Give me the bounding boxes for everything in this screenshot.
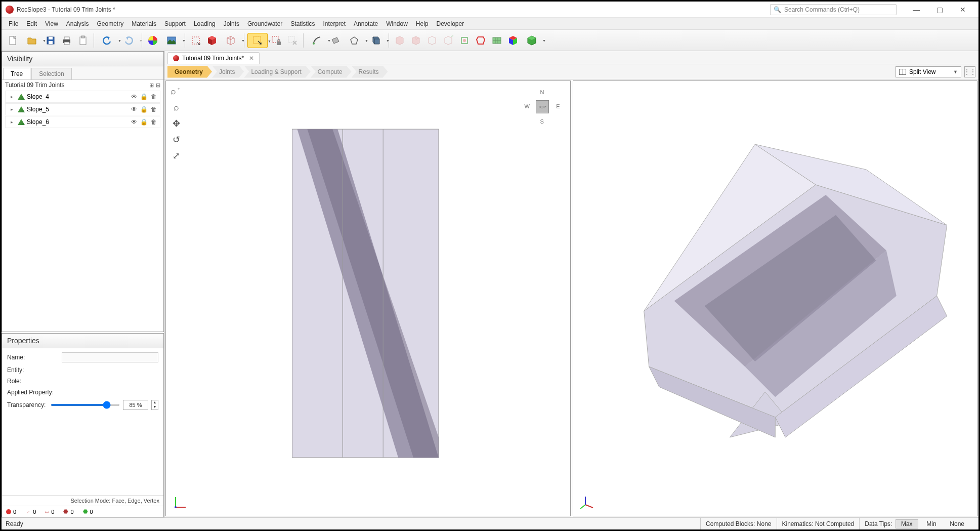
image-button[interactable]: ▼ <box>161 33 182 48</box>
slope-icon <box>18 119 25 125</box>
menu-support[interactable]: Support <box>160 19 190 29</box>
lock-selection-button[interactable] <box>269 33 284 48</box>
open-file-button[interactable]: ▼ <box>22 33 42 48</box>
stage-compute[interactable]: Compute <box>311 66 352 78</box>
menu-materials[interactable]: Materials <box>127 19 160 29</box>
compass-top[interactable]: TOP <box>536 100 549 113</box>
minimize-button[interactable]: — <box>905 2 928 18</box>
datatips-min-button[interactable]: Min <box>921 520 941 528</box>
tree-root[interactable]: Tutorial 09 Trim Joints ⊞⊟ <box>2 80 163 90</box>
menu-edit[interactable]: Edit <box>22 19 41 29</box>
menu-loading[interactable]: Loading <box>190 19 220 29</box>
menu-help[interactable]: Help <box>412 19 433 29</box>
name-input[interactable] <box>62 352 158 362</box>
stage-loading-support[interactable]: Loading & Support <box>244 66 310 78</box>
cube-arrow-button[interactable] <box>441 33 456 48</box>
svg-rect-8 <box>81 36 84 38</box>
fit-icon[interactable]: ⤢ <box>170 150 182 162</box>
lock-icon[interactable]: 🔒 <box>140 118 148 126</box>
cube-outline-1-button[interactable] <box>392 33 407 48</box>
cube-outline-3-button[interactable] <box>424 33 440 48</box>
red-outline-button[interactable] <box>473 33 488 48</box>
menu-window[interactable]: Window <box>382 19 412 29</box>
transparency-spinner[interactable]: ▲▼ <box>151 400 158 410</box>
tree-item-slope5[interactable]: ▸ Slope_5 👁🔒🗑 <box>5 103 160 115</box>
colored-cube-button[interactable] <box>505 33 521 48</box>
eye-icon[interactable]: 👁 <box>131 106 137 113</box>
search-commands-input[interactable]: 🔍 Search Commands (Ctrl+Q) <box>770 4 897 15</box>
document-tabs: Tutorial 09 Trim Joints* ✕ <box>164 51 978 64</box>
red-cube-button[interactable] <box>204 33 220 48</box>
shape-tool-button[interactable]: ▼ <box>344 33 364 48</box>
collapse-all-icon[interactable]: ⊟ <box>156 82 160 89</box>
view-mode-select[interactable]: Split View ▼ <box>896 66 961 77</box>
rotate-icon[interactable]: ↺ <box>170 134 182 146</box>
expand-arrow-icon[interactable]: ▸ <box>11 119 16 125</box>
menu-view[interactable]: View <box>41 19 62 29</box>
green-cube-button[interactable]: ▼ <box>522 33 542 48</box>
slope-icon <box>18 94 25 100</box>
zoom-window-icon[interactable]: ⌕⁺ <box>170 85 182 97</box>
lock-icon[interactable]: 🔒 <box>140 93 148 100</box>
print-button[interactable] <box>59 33 74 48</box>
green-shape-button[interactable] <box>457 33 472 48</box>
menu-file[interactable]: File <box>5 19 22 29</box>
viewport-left[interactable]: ⌕⁺ ⌕ ✥ ↺ ⤢ N S E W TOP <box>165 80 571 516</box>
undo-button[interactable]: ▼ <box>97 33 117 48</box>
lock-icon[interactable]: 🔒 <box>140 106 148 113</box>
cube-outline-2-button[interactable] <box>408 33 423 48</box>
menu-groundwater[interactable]: Groundwater <box>243 19 286 29</box>
doctab-tutorial09[interactable]: Tutorial 09 Trim Joints* ✕ <box>167 52 260 64</box>
pan-icon[interactable]: ✥ <box>170 117 182 130</box>
save-button[interactable] <box>43 33 58 48</box>
expand-arrow-icon[interactable]: ▸ <box>11 107 16 112</box>
eye-icon[interactable]: 👁 <box>131 93 137 100</box>
viewport-right[interactable] <box>573 80 978 516</box>
wireframe-cube-button[interactable]: ▼ <box>221 33 241 48</box>
delete-icon[interactable]: 🗑 <box>151 106 157 113</box>
entity-counts: 0 ⟋0 ▱0 ⬣0 ⬣0 <box>2 506 163 517</box>
menu-analysis[interactable]: Analysis <box>62 19 93 29</box>
zoom-icon[interactable]: ⌕ <box>170 101 182 113</box>
datatips-max-button[interactable]: Max <box>896 519 918 528</box>
tab-tree[interactable]: Tree <box>3 68 30 79</box>
selection-mode-button[interactable]: ▼ <box>247 33 268 48</box>
view-settings-button[interactable]: ⋮⋮ <box>964 66 975 77</box>
maximize-button[interactable]: ▢ <box>928 2 951 18</box>
menu-joints[interactable]: Joints <box>220 19 243 29</box>
face-count: 0 <box>51 509 54 515</box>
menu-geometry[interactable]: Geometry <box>93 19 128 29</box>
color-wheel-button[interactable] <box>145 33 160 48</box>
expand-all-icon[interactable]: ⊞ <box>149 82 154 89</box>
datatips-none-button[interactable]: None <box>945 520 969 528</box>
tree-item-slope4[interactable]: ▸ Slope_4 👁🔒🗑 <box>5 91 160 103</box>
close-button[interactable]: ✕ <box>951 2 974 18</box>
left-sidebar: Visibility Tree Selection Tutorial 09 Tr… <box>2 51 164 517</box>
delete-selection-button[interactable] <box>285 33 300 48</box>
stage-results[interactable]: Results <box>352 66 388 78</box>
expand-arrow-icon[interactable]: ▸ <box>11 94 16 99</box>
delete-icon[interactable]: 🗑 <box>151 118 157 126</box>
extrude-tool-button[interactable]: ▼ <box>365 33 386 48</box>
menu-interpret[interactable]: Interpret <box>319 19 350 29</box>
clipboard-button[interactable] <box>75 33 91 48</box>
tab-selection[interactable]: Selection <box>31 68 71 79</box>
transparency-slider[interactable] <box>51 404 120 406</box>
select-box-button[interactable] <box>188 33 203 48</box>
compass-widget[interactable]: N S E W TOP <box>525 89 560 125</box>
tree-item-slope6[interactable]: ▸ Slope_6 👁🔒🗑 <box>5 116 160 128</box>
close-tab-icon[interactable]: ✕ <box>249 55 254 62</box>
redo-button[interactable]: ▼ <box>118 33 139 48</box>
transparency-value[interactable]: 85 % <box>123 400 148 410</box>
plane-tool-button[interactable] <box>328 33 343 48</box>
draw-tool-button[interactable]: ▼ <box>307 33 327 48</box>
menu-annotate[interactable]: Annotate <box>350 19 382 29</box>
stage-joints[interactable]: Joints <box>212 66 244 78</box>
stage-geometry[interactable]: Geometry <box>167 66 212 78</box>
new-file-button[interactable] <box>6 33 21 48</box>
menu-statistics[interactable]: Statistics <box>286 19 319 29</box>
eye-icon[interactable]: 👁 <box>131 118 137 126</box>
menu-developer[interactable]: Developer <box>433 19 468 29</box>
grid-button[interactable] <box>489 33 504 48</box>
delete-icon[interactable]: 🗑 <box>151 93 157 100</box>
